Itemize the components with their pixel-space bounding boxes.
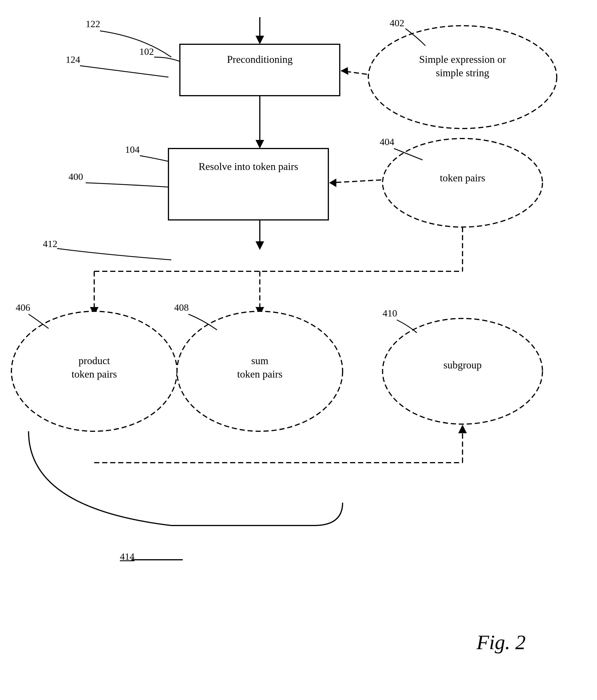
- ref-104: 104: [125, 144, 139, 155]
- figure-label: Fig. 2: [476, 631, 526, 654]
- token-pairs-label: token pairs: [397, 171, 528, 185]
- product-token-pairs-label: product token pairs: [23, 354, 165, 381]
- svg-line-12: [330, 180, 381, 183]
- ref-124: 124: [66, 54, 80, 65]
- resolve-label: Resolve into token pairs: [168, 160, 328, 173]
- svg-rect-0: [180, 44, 340, 96]
- ref-404: 404: [380, 136, 394, 147]
- ref-406: 406: [16, 302, 30, 313]
- svg-marker-3: [256, 36, 264, 44]
- ref-410: 410: [383, 308, 397, 319]
- svg-marker-24: [458, 425, 467, 433]
- diagram-svg: [0, 0, 597, 700]
- simple-expression-label: Simple expression or simple string: [380, 53, 545, 80]
- ref-400: 400: [69, 171, 83, 182]
- sum-token-pairs-label: sum token pairs: [188, 354, 331, 381]
- svg-marker-10: [341, 67, 348, 75]
- svg-marker-5: [256, 140, 264, 149]
- svg-rect-1: [168, 149, 328, 220]
- ref-102: 102: [139, 46, 154, 57]
- ref-402: 402: [390, 18, 404, 29]
- ref-122: 122: [86, 19, 100, 29]
- ref-414: 414: [120, 551, 134, 562]
- preconditioning-label: Preconditioning: [180, 53, 340, 66]
- ref-408: 408: [174, 302, 189, 313]
- subgroup-label: subgroup: [397, 358, 528, 372]
- svg-marker-13: [329, 178, 336, 187]
- diagram: 122 124 102 104 400 412 402 404 406 408 …: [0, 0, 597, 700]
- svg-marker-7: [256, 241, 264, 250]
- ref-412: 412: [43, 239, 57, 249]
